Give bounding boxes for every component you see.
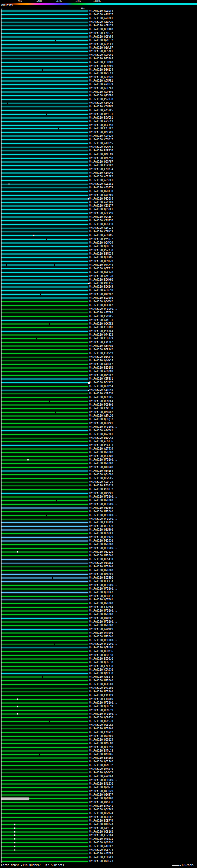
hit-label[interactable]: UniRef100_A5BU35 — [89, 25, 113, 27]
hit-bar[interactable] — [1, 640, 88, 641]
hit-bar[interactable] — [1, 522, 88, 523]
hit-bar[interactable] — [1, 533, 88, 534]
hit-row[interactable]: UniRef100_Q9N8K4 — [0, 399, 197, 403]
hit-row[interactable]: UniRef100_Q7QYU5 — [0, 734, 197, 738]
hit-label[interactable]: UniRef100_Q3TWX9 — [89, 536, 113, 538]
hit-row[interactable]: UniRef100_UPI000... — [0, 639, 197, 642]
hit-row[interactable]: UniRef100_A4IBD7 — [0, 845, 197, 848]
hit-bar[interactable] — [1, 106, 88, 107]
hit-label[interactable]: UniRef100_C1FES1 — [89, 378, 113, 380]
hit-row[interactable]: UniRef100_P36584 — [0, 330, 197, 333]
hit-bar[interactable] — [1, 235, 88, 236]
hit-bar[interactable] — [1, 762, 88, 763]
hit-bar[interactable] — [1, 309, 88, 310]
hit-bar[interactable] — [1, 647, 88, 648]
hit-row[interactable]: UniRef100_Q9NGY9 — [0, 709, 197, 712]
hit-row[interactable]: UniRef100_UPI000... — [0, 499, 197, 502]
hit-bar[interactable] — [1, 243, 88, 244]
hit-bar[interactable] — [1, 327, 88, 328]
hit-label[interactable]: UniRef100_Q1HE77 — [89, 794, 113, 796]
hit-label[interactable]: UniRef100_C5A910 — [89, 669, 113, 671]
hit-label[interactable]: UniRef100_UPI000... — [89, 691, 118, 693]
hit-row[interactable]: UniRef100_Q4ATT8 — [0, 801, 197, 804]
hit-label[interactable]: UniRef100_P34113 — [89, 444, 113, 446]
hit-label[interactable]: UniRef100_A4IBD7 — [89, 845, 113, 848]
hit-label[interactable]: UniRef100_A9SGV3 — [89, 120, 113, 123]
hit-row[interactable]: UniRef100_Q9SBR8 — [0, 94, 197, 98]
hit-row[interactable]: UniRef100_Q6SVP4 — [0, 35, 197, 39]
hit-row[interactable]: UniRef100_B4GLM0 — [0, 742, 197, 745]
hit-label[interactable]: UniRef100_B3QLY8 — [89, 654, 113, 656]
hit-row[interactable]: UniRef100_B6K0C8 — [0, 285, 197, 289]
hit-bar[interactable] — [1, 478, 88, 479]
hit-bar[interactable] — [1, 629, 88, 630]
hit-label[interactable]: UniRef100_UPI000... — [89, 499, 118, 502]
hit-label[interactable]: UniRef100_UPI000... — [89, 518, 118, 520]
hit-row[interactable]: UniRef100_A6SB01 — [0, 179, 197, 182]
hit-bar[interactable] — [1, 504, 88, 505]
hit-label[interactable]: UniRef100_C5D3Z9 — [89, 338, 113, 340]
hit-bar[interactable] — [1, 714, 88, 715]
hit-bar[interactable] — [1, 128, 88, 129]
hit-label[interactable]: UniRef100_UPI000... — [89, 547, 118, 550]
hit-bar[interactable] — [1, 599, 88, 600]
hit-row[interactable]: UniRef100_A7S2T8 — [0, 676, 197, 679]
hit-label[interactable]: UniRef100_C5DJM1 — [89, 327, 113, 329]
hit-row[interactable]: UniRef100_Q59L31 — [0, 113, 197, 116]
hit-row[interactable]: UniRef100_Q58102 — [0, 830, 197, 834]
hit-bar[interactable] — [1, 618, 88, 619]
hit-bar[interactable] — [1, 787, 88, 788]
hit-bar[interactable] — [1, 323, 88, 324]
hit-row[interactable]: UniRef100_Q6RUF0 — [0, 646, 197, 650]
hit-bar[interactable] — [1, 448, 88, 450]
hit-bar[interactable] — [1, 55, 88, 56]
hit-row[interactable]: UniRef100_C8V2Q2 — [0, 164, 197, 167]
hit-label[interactable]: UniRef100_UPI000... — [89, 496, 118, 498]
hit-row[interactable]: UniRef100_P31930 — [0, 539, 197, 543]
hit-row[interactable]: UniRef100_A49E14 — [0, 827, 197, 830]
hit-label[interactable]: UniRef100_Q3UBU5 — [89, 507, 113, 509]
hit-bar[interactable] — [1, 430, 88, 431]
hit-row[interactable]: UniRef100_C4PL18 — [0, 407, 197, 410]
hit-row[interactable]: UniRef100_C1BJ99 — [0, 521, 197, 524]
hit-bar[interactable] — [1, 824, 88, 825]
hit-bar[interactable] — [1, 342, 88, 343]
hit-label[interactable]: UniRef100_B3NZH5 — [89, 757, 113, 759]
hit-bar[interactable] — [1, 48, 88, 48]
hit-row[interactable]: UniRef100_C5YG29 — [0, 134, 197, 138]
hit-label[interactable]: UniRef100_B4PL18 — [89, 750, 113, 752]
hit-bar[interactable] — [1, 239, 88, 240]
hit-bar[interactable] — [1, 125, 88, 126]
hit-bar[interactable] — [1, 132, 88, 133]
hit-bar[interactable] — [1, 316, 88, 317]
hit-row[interactable]: UniRef100_C4J2E2 — [0, 127, 197, 131]
hit-bar[interactable] — [1, 165, 88, 166]
hit-label[interactable]: UniRef100_B2B1T8 — [89, 190, 113, 193]
hit-bar[interactable] — [1, 397, 88, 398]
hit-row[interactable]: UniRef100_Q0SBK1 — [0, 208, 197, 212]
hit-bar[interactable] — [1, 415, 88, 416]
hit-bar[interactable] — [1, 95, 88, 96]
hit-row[interactable]: UniRef100_C1ZMQ4 — [0, 606, 197, 609]
hit-label[interactable]: UniRef100_Q4P7B7 — [89, 293, 113, 296]
hit-label[interactable]: UniRef100_B3RTY3 — [89, 595, 113, 598]
hit-label[interactable]: UniRef100_Q9SBR8 — [89, 95, 113, 97]
hit-bar[interactable] — [1, 401, 88, 402]
hit-row[interactable]: UniRef100_P50860 — [0, 403, 197, 407]
hit-label[interactable]: UniRef100_Q5CGB0 — [89, 683, 113, 686]
hit-row[interactable]: UniRef100_A8N7A0 — [0, 344, 197, 348]
hit-row[interactable]: UniRef100_C3UF38 — [0, 480, 197, 484]
hit-row[interactable]: UniRef100_Q9Z9Q1 — [0, 598, 197, 602]
hit-label[interactable]: UniRef100_A9TUZ9 — [89, 84, 113, 86]
hit-row[interactable]: UniRef100_A3LV50 — [0, 212, 197, 215]
hit-label[interactable]: UniRef100_Q9WS05 — [89, 477, 113, 480]
hit-row[interactable]: UniRef100_B0EHH2 — [0, 815, 197, 819]
hit-bar[interactable] — [1, 224, 88, 225]
hit-bar[interactable] — [1, 839, 88, 840]
hit-label[interactable]: UniRef100_Q75907 — [89, 374, 113, 377]
hit-row[interactable]: UniRef100_B4HIC6 — [0, 753, 197, 756]
hit-bar[interactable] — [1, 272, 88, 273]
hit-bar[interactable] — [1, 84, 88, 85]
hit-row[interactable]: UniRef100_UPI000... — [0, 517, 197, 521]
hit-bar[interactable] — [1, 570, 88, 571]
